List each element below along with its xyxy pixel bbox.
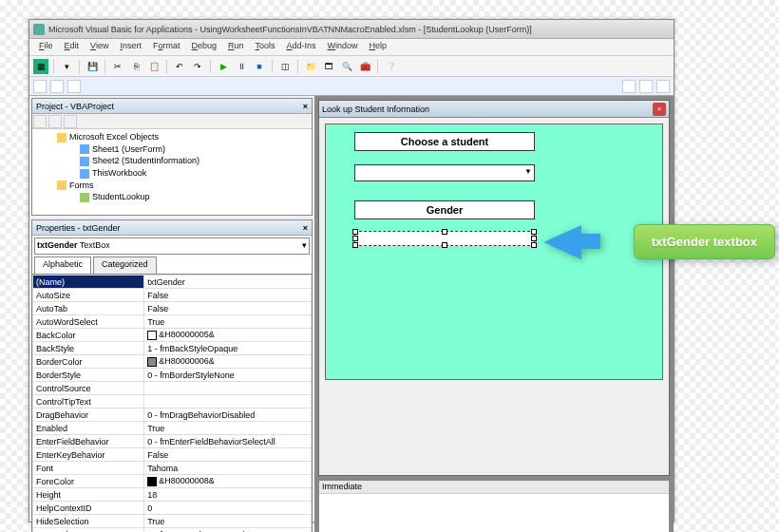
property-row[interactable]: HelpContextID0 (33, 502, 312, 515)
titlebar[interactable]: Microsoft Visual Basic for Applications … (29, 20, 674, 39)
property-row[interactable]: EnterKeyBehaviorFalse (33, 448, 312, 462)
toggle-folders-icon[interactable] (64, 115, 77, 128)
close-icon[interactable]: × (303, 223, 308, 233)
property-row[interactable]: AutoWordSelectTrue (33, 315, 312, 329)
properties-grid[interactable]: (Name)txtGenderAutoSizeFalseAutoTabFalse… (32, 274, 312, 532)
menu-format[interactable]: Format (147, 39, 186, 55)
close-icon[interactable]: × (653, 103, 666, 116)
combo-student[interactable] (354, 164, 535, 181)
break-icon[interactable]: ⏸ (234, 59, 249, 74)
copy-icon[interactable]: ⎘ (128, 59, 143, 74)
annotation-callout: txtGender textbox (543, 224, 775, 259)
resize-handle[interactable] (442, 229, 447, 235)
view-object-icon[interactable] (48, 115, 62, 128)
save-icon[interactable]: 💾 (85, 59, 100, 74)
window-title: Microsoft Visual Basic for Applications … (48, 25, 532, 34)
chevron-down-icon: ▾ (302, 240, 307, 252)
menu-addins[interactable]: Add-Ins (281, 39, 322, 55)
insert-icon[interactable]: ▾ (59, 59, 74, 74)
property-row[interactable]: DragBehavior0 - fmDragBehaviorDisabled (33, 408, 312, 422)
vba-window: Microsoft Visual Basic for Applications … (28, 19, 674, 522)
tree-sheet2[interactable]: Sheet2 (StudentInformation) (34, 155, 310, 167)
cut-icon[interactable]: ✂ (110, 59, 125, 74)
bring-front-icon[interactable] (33, 80, 47, 93)
menu-debug[interactable]: Debug (185, 39, 222, 55)
tab-alphabetic[interactable]: Alphabetic (34, 256, 91, 274)
label-choose-student[interactable]: Choose a student (354, 132, 535, 151)
format-toolbar (29, 77, 674, 96)
menu-file[interactable]: FFileile (33, 39, 59, 55)
menu-tools[interactable]: Tools (250, 39, 281, 55)
label-gender[interactable]: Gender (354, 200, 535, 219)
tree-sheet1[interactable]: Sheet1 (UserForm) (34, 143, 310, 156)
tree-studentlookup[interactable]: StudentLookup (34, 191, 310, 203)
send-back-icon[interactable] (50, 80, 64, 93)
project-toolbar (32, 114, 312, 129)
immediate-window[interactable]: Immediate (318, 480, 670, 532)
tree-folder-forms[interactable]: Forms (34, 180, 310, 192)
property-row[interactable]: AutoSizeFalse (33, 289, 312, 302)
menu-window[interactable]: Window (322, 39, 364, 55)
object-selector[interactable]: txtGender TextBox ▾ (34, 238, 310, 255)
app-icon (33, 24, 45, 35)
align-center-icon[interactable] (639, 80, 653, 93)
property-row[interactable]: BackStyle1 - fmBackStyleOpaque (33, 342, 312, 355)
properties-panel: Properties - txtGender × txtGender TextB… (31, 219, 313, 532)
menu-view[interactable]: View (85, 39, 114, 55)
paste-icon[interactable]: 📋 (146, 59, 162, 74)
reset-icon[interactable]: ■ (252, 59, 267, 74)
resize-handle[interactable] (352, 236, 358, 241)
property-row[interactable]: FontTahoma (33, 462, 312, 475)
tab-categorized[interactable]: Categorized (93, 256, 157, 274)
property-row[interactable]: EnabledTrue (33, 422, 312, 435)
properties-icon[interactable]: 🗔 (321, 59, 336, 74)
run-icon[interactable]: ▶ (216, 59, 231, 74)
menu-edit[interactable]: Edit (59, 39, 86, 55)
resize-handle[interactable] (531, 242, 537, 248)
txtgender-textbox[interactable] (354, 231, 535, 246)
align-right-icon[interactable] (656, 80, 670, 93)
design-mode-icon[interactable]: ◫ (277, 59, 293, 74)
project-explorer-icon[interactable]: 📁 (303, 59, 318, 74)
view-excel-icon[interactable]: ▦ (33, 59, 48, 74)
form-title: Look up Student Information (322, 104, 429, 114)
property-row[interactable]: BackColor&H80000005& (33, 329, 312, 342)
property-row[interactable]: ControlTipText (33, 395, 312, 408)
property-row[interactable]: BorderColor&H80000006& (33, 355, 312, 369)
property-row[interactable]: AutoTabFalse (33, 302, 312, 315)
property-row[interactable]: (Name)txtGender (33, 276, 312, 289)
property-row[interactable]: IMEMode0 - fmIMEModeNoControl (33, 528, 312, 533)
tree-folder-excel-objects[interactable]: Microsoft Excel Objects (34, 131, 310, 143)
design-area: Look up Student Information × Choose a s… (314, 96, 674, 532)
view-code-icon[interactable] (33, 115, 47, 128)
property-row[interactable]: ForeColor&H80000008& (33, 475, 312, 488)
property-row[interactable]: HideSelectionTrue (33, 515, 312, 528)
project-panel-title: Project - VBAProject (36, 102, 114, 111)
group-icon[interactable] (67, 80, 81, 93)
resize-handle[interactable] (352, 242, 358, 248)
menu-run[interactable]: Run (222, 39, 250, 55)
tree-workbook[interactable]: ThisWorkbook (34, 167, 310, 180)
undo-icon[interactable]: ↶ (172, 59, 187, 74)
property-row[interactable]: Height18 (33, 488, 312, 502)
project-explorer-panel: Project - VBAProject × Microsoft Excel O… (31, 98, 313, 216)
props-title: Properties - txtGender (36, 223, 121, 233)
help-icon[interactable]: ❔ (383, 59, 398, 74)
property-row[interactable]: EnterFieldBehavior0 - fmEnterFieldBehavi… (33, 435, 312, 448)
resize-handle[interactable] (531, 229, 537, 235)
project-tree[interactable]: Microsoft Excel Objects Sheet1 (UserForm… (32, 129, 312, 215)
property-row[interactable]: BorderStyle0 - fmBorderStyleNone (33, 369, 312, 382)
align-left-icon[interactable] (622, 80, 636, 93)
resize-handle[interactable] (442, 242, 447, 248)
property-row[interactable]: ControlSource (33, 382, 312, 395)
resize-handle[interactable] (531, 236, 537, 241)
menubar: FFileile Edit View Insert Format Debug R… (29, 39, 674, 56)
resize-handle[interactable] (352, 229, 358, 235)
menu-insert[interactable]: Insert (114, 39, 147, 55)
callout-text: txtGender textbox (634, 224, 775, 259)
object-browser-icon[interactable]: 🔍 (339, 59, 354, 74)
redo-icon[interactable]: ↷ (190, 59, 205, 74)
toolbox-icon[interactable]: 🧰 (357, 59, 372, 74)
menu-help[interactable]: Help (364, 39, 393, 55)
close-icon[interactable]: × (303, 102, 308, 111)
